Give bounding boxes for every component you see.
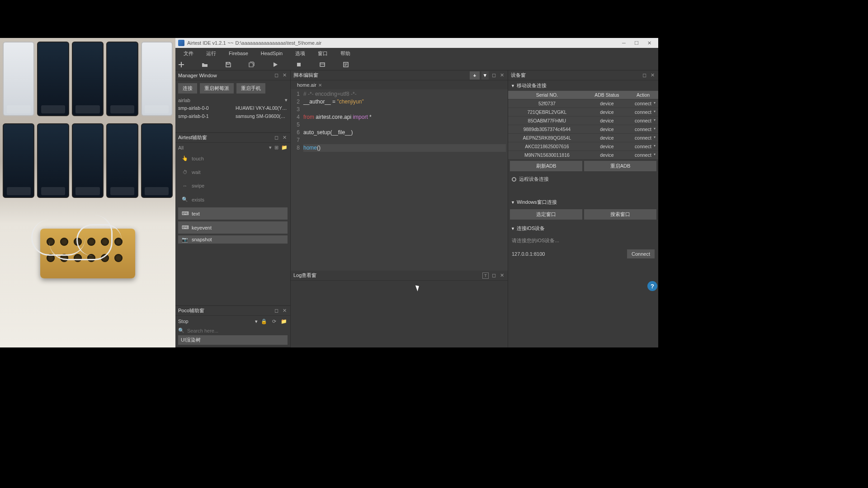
list-item[interactable]: smp-airlab-0-0 (175, 104, 233, 112)
poco-mode-dropdown[interactable]: Stop (178, 319, 252, 324)
minimize-button[interactable]: ─ (618, 39, 630, 47)
table-row[interactable]: AEPNZ5RK89QG654Ldeviceconnect (508, 134, 658, 142)
ios-ip-field[interactable]: 127.0.0.1:8100 (512, 251, 627, 257)
maximize-button[interactable]: ☐ (630, 39, 643, 47)
action-snapshot[interactable]: 📷snapshot (178, 235, 288, 244)
action-wait[interactable]: ⏱wait (178, 166, 288, 178)
restart-adb-button[interactable]: 重启ADB (584, 161, 656, 171)
airlab-dropdown[interactable]: airlab (178, 98, 285, 103)
select-window-button[interactable]: 选定窗口 (510, 209, 582, 220)
code-editor[interactable]: 12345678 # -*- encoding=utf8 -*- __autho… (291, 89, 508, 271)
chevron-down-icon[interactable]: ▾ (285, 97, 288, 103)
help-icon[interactable]: ? (647, 281, 657, 291)
titlebar[interactable]: Airtest IDE v1.2.1 ~~ D:\aaaaaaaaaaaaaaa… (175, 38, 658, 48)
detach-icon[interactable]: ◻ (273, 308, 279, 314)
app-title: Airtest IDE v1.2.1 (187, 40, 226, 46)
detach-icon[interactable]: ◻ (491, 72, 497, 79)
log-content[interactable] (291, 281, 508, 347)
remote-section-header[interactable]: 远程设备连接 (508, 175, 658, 183)
cell-action[interactable]: connect (628, 134, 658, 142)
ios-section-header[interactable]: ▼连接iOS设备 (508, 223, 658, 234)
close-icon[interactable]: ✕ (281, 135, 288, 141)
menu-headspin[interactable]: HeadSpin (255, 49, 289, 57)
add-dropdown[interactable]: ▾ (481, 71, 489, 80)
line-gutter: 12345678 (291, 89, 302, 271)
menu-firebase[interactable]: Firebase (222, 49, 255, 57)
chevron-down-icon[interactable]: ▾ (255, 319, 258, 324)
action-exists[interactable]: 🔍exists (178, 193, 288, 206)
mobile-section-header[interactable]: ▼移动设备连接 (508, 80, 658, 91)
table-row[interactable]: M9N7N15630011816deviceconnect (508, 151, 658, 160)
list-item[interactable]: HUAWEI VKY-AL00(Y2J7N (233, 104, 290, 112)
list-item[interactable]: samsung SM-G9600(4e4a (233, 112, 290, 120)
th-serial[interactable]: Serial NO. (508, 91, 586, 99)
open-icon[interactable] (202, 61, 208, 68)
filter-icon[interactable]: T (482, 272, 489, 279)
ui-tree-label[interactable]: UI渲染树 (178, 335, 288, 345)
folder-icon[interactable]: 📁 (281, 145, 288, 150)
cell-action[interactable]: connect (628, 125, 658, 134)
report-icon[interactable] (319, 61, 326, 68)
menu-help[interactable]: 帮助 (334, 49, 357, 58)
menu-file[interactable]: 文件 (177, 49, 200, 58)
table-row[interactable]: 9889db3057374c4544deviceconnect (508, 125, 658, 134)
windows-section-header[interactable]: ▼Windows窗口连接 (508, 197, 658, 207)
detach-icon[interactable]: ◻ (273, 72, 279, 79)
stop-icon[interactable] (296, 61, 302, 68)
log-icon[interactable] (343, 61, 349, 68)
action-text[interactable]: ⌨text (178, 207, 288, 220)
action-touch[interactable]: 👆touch (178, 152, 288, 164)
cell-action[interactable]: connect (628, 99, 658, 108)
close-icon[interactable]: ✕ (499, 272, 505, 279)
folder-icon[interactable]: 📁 (280, 318, 288, 325)
close-tab-icon[interactable]: ✕ (318, 83, 322, 88)
table-row[interactable]: AKC0218625007616deviceconnect (508, 142, 658, 151)
close-icon[interactable]: ✕ (281, 72, 288, 79)
cell-action[interactable]: connect (628, 142, 658, 151)
cell-action[interactable]: connect (628, 108, 658, 117)
poco-search-input[interactable] (187, 328, 288, 333)
rpi-list[interactable]: smp-airlab-0-0 smp-airlab-0-1 (175, 104, 233, 126)
cell-action[interactable]: connect (628, 151, 658, 160)
table-row[interactable]: 52f0737deviceconnect (508, 99, 658, 108)
refresh-adb-button[interactable]: 刷新ADB (510, 161, 582, 171)
cell-action[interactable]: connect (628, 117, 658, 125)
search-window-button[interactable]: 搜索窗口 (584, 209, 656, 220)
table-row[interactable]: 721QEBRL2VGKLdeviceconnect (508, 108, 658, 117)
close-icon[interactable]: ✕ (649, 72, 656, 79)
action-keyevent[interactable]: ⌨keyevent (178, 221, 288, 234)
detach-icon[interactable]: ◻ (641, 72, 647, 79)
file-tab[interactable]: home.air ✕ (294, 81, 325, 89)
code-content[interactable]: # -*- encoding=utf8 -*- __author__ = "ch… (302, 89, 508, 271)
detach-icon[interactable]: ◻ (273, 135, 279, 141)
refresh-icon[interactable]: ⟳ (270, 318, 278, 325)
restart-phone-button[interactable]: 重启手机 (236, 83, 265, 94)
chevron-down-icon[interactable]: ▾ (269, 145, 272, 150)
filter-dropdown[interactable]: All (178, 145, 266, 150)
new-icon[interactable] (178, 61, 184, 68)
lock-icon[interactable]: 🔒 (260, 318, 268, 325)
restart-rpi-button[interactable]: 重启树莓派 (200, 83, 234, 94)
detach-icon[interactable]: ◻ (491, 272, 497, 279)
svg-rect-0 (297, 63, 301, 66)
ios-connect-button[interactable]: Connect (627, 249, 655, 258)
run-icon[interactable] (272, 61, 278, 68)
table-row[interactable]: 85OABM77FHMUdeviceconnect (508, 117, 658, 125)
list-item[interactable]: smp-airlab-0-1 (175, 112, 233, 120)
close-button[interactable]: ✕ (643, 39, 656, 47)
add-button[interactable]: + (470, 71, 480, 80)
connect-button[interactable]: 连接 (178, 83, 197, 94)
save-all-icon[interactable] (249, 61, 255, 68)
th-action[interactable]: Action (628, 91, 658, 99)
action-swipe[interactable]: ↔swipe (178, 180, 288, 192)
menu-window[interactable]: 窗口 (311, 49, 334, 58)
close-icon[interactable]: ✕ (499, 72, 505, 79)
close-icon[interactable]: ✕ (281, 308, 288, 314)
menu-run[interactable]: 运行 (200, 49, 222, 58)
th-status[interactable]: ADB Status (586, 91, 628, 99)
grid-icon[interactable]: ⊞ (274, 145, 278, 150)
device-list[interactable]: HUAWEI VKY-AL00(Y2J7N samsung SM-G9600(4… (233, 104, 290, 126)
text-icon: ⌨ (182, 211, 188, 216)
save-icon[interactable] (225, 61, 231, 68)
menu-options[interactable]: 选项 (289, 49, 311, 58)
